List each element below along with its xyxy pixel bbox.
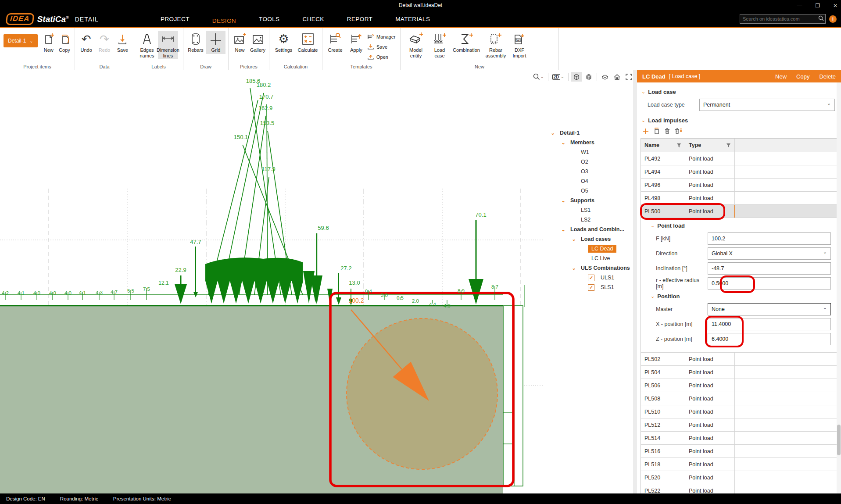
- chevron-down-icon[interactable]: ⌄: [570, 236, 577, 242]
- redo-button[interactable]: ↷ Redo: [96, 31, 113, 54]
- panel-new-button[interactable]: New: [775, 73, 787, 80]
- chevron-down-icon[interactable]: ⌄: [560, 198, 567, 204]
- table-row-selected[interactable]: PL500 Point load: [641, 205, 837, 218]
- z-position-input[interactable]: 6.4000: [708, 333, 831, 345]
- table-row[interactable]: PL520Point load: [641, 471, 837, 484]
- load-case-button[interactable]: Load case: [429, 31, 450, 59]
- table-row[interactable]: PL518Point load: [641, 458, 837, 471]
- edges-names-button[interactable]: Edges names: [137, 31, 157, 59]
- table-row[interactable]: PL514Point load: [641, 432, 837, 445]
- tree-item-uls-combinations[interactable]: ⌄ULS Combinations: [549, 263, 635, 273]
- save-button[interactable]: Save: [114, 31, 131, 54]
- tree-item-detail-1[interactable]: ⌄Detail-1: [549, 128, 635, 138]
- table-row[interactable]: PL522Point load: [641, 484, 837, 493]
- tree-item-load-cases[interactable]: ⌄Load cases: [549, 234, 635, 244]
- table-row[interactable]: PL498Point load: [641, 192, 837, 205]
- panel-splitter[interactable]: [633, 70, 637, 493]
- tab-report[interactable]: REPORT: [336, 11, 384, 26]
- tab-design[interactable]: DESIGN: [201, 11, 247, 30]
- table-row[interactable]: PL492Point load: [641, 152, 837, 165]
- tab-materials[interactable]: MATERIALS: [384, 11, 441, 26]
- inclination-input[interactable]: -48.7: [708, 262, 831, 275]
- tree-item-o2[interactable]: O2: [549, 157, 635, 167]
- table-row[interactable]: PL506Point load: [641, 379, 837, 392]
- calculate-button[interactable]: Calculate: [296, 31, 319, 54]
- section-position[interactable]: ⌄Position: [651, 293, 837, 300]
- add-impulse-button[interactable]: [642, 128, 649, 135]
- home-view-button[interactable]: [612, 72, 622, 82]
- picture-new-button[interactable]: New: [231, 31, 248, 54]
- tab-project[interactable]: PROJECT: [149, 11, 201, 26]
- tree-item-lc-dead[interactable]: LC Dead: [549, 244, 635, 254]
- radius-input[interactable]: 0.5000: [708, 277, 831, 290]
- chevron-down-icon[interactable]: ⌄: [549, 130, 556, 136]
- detail-canvas[interactable]: 185.6180.2170.7162.9153.5150.1117.947.72…: [0, 70, 633, 493]
- filter-icon[interactable]: [676, 143, 681, 148]
- panel-copy-button[interactable]: Copy: [796, 73, 809, 80]
- tree-item-o3[interactable]: O3: [549, 167, 635, 176]
- table-row[interactable]: PL510Point load: [641, 405, 837, 418]
- x-position-input[interactable]: 11.4000: [708, 318, 831, 330]
- grid-button[interactable]: Grid: [206, 31, 225, 54]
- template-create-button[interactable]: Create: [325, 31, 345, 54]
- tab-check[interactable]: CHECK: [291, 11, 336, 26]
- copy-impulse-button[interactable]: [653, 127, 660, 135]
- tree-item-loads-and-combin-[interactable]: ⌄Loads and Combin...: [549, 225, 635, 234]
- search-input[interactable]: [740, 14, 826, 24]
- model-entity-button[interactable]: Model entity: [403, 31, 429, 59]
- undo-button[interactable]: ↶ Undo: [78, 31, 95, 54]
- close-button[interactable]: ✕: [833, 3, 837, 9]
- template-apply-button[interactable]: Apply: [346, 31, 366, 54]
- section-load-impulses[interactable]: ⌄Load impulses: [641, 117, 841, 124]
- tree-item-uls1[interactable]: ✓ULS1: [549, 273, 635, 282]
- clipping-box-button[interactable]: [600, 72, 610, 82]
- axonometry-wire-button[interactable]: [571, 72, 582, 82]
- tree-item-lc-live[interactable]: LC Live: [549, 254, 635, 263]
- zoom-tool-button[interactable]: ⌄: [532, 72, 545, 81]
- table-row[interactable]: PL494Point load: [641, 165, 837, 179]
- tree-item-o4[interactable]: O4: [549, 176, 635, 186]
- template-manager-button[interactable]: Manager: [367, 32, 395, 41]
- search-icon[interactable]: [818, 15, 824, 21]
- delete-all-impulses-button[interactable]: [674, 127, 682, 135]
- chevron-down-icon[interactable]: ⌄: [570, 265, 577, 271]
- tab-tools[interactable]: TOOLS: [247, 11, 291, 26]
- chevron-down-icon[interactable]: ⌄: [560, 227, 567, 232]
- checkbox-sls1[interactable]: ✓: [588, 284, 594, 291]
- axonometry-solid-button[interactable]: [583, 72, 594, 82]
- template-open-button[interactable]: Open: [367, 53, 395, 61]
- project-copy-button[interactable]: Copy: [57, 31, 72, 54]
- tree-item-ls1[interactable]: LS1: [549, 205, 635, 215]
- table-row[interactable]: PL516Point load: [641, 445, 837, 458]
- table-row[interactable]: PL496Point load: [641, 179, 837, 192]
- direction-select[interactable]: Global X: [708, 247, 831, 260]
- table-row[interactable]: PL512Point load: [641, 418, 837, 432]
- project-new-button[interactable]: New: [41, 31, 56, 54]
- dimension-lines-button[interactable]: Dimension lines: [158, 31, 178, 59]
- detail-selector-button[interactable]: Detail-1⌄: [4, 34, 38, 47]
- minimize-button[interactable]: —: [797, 3, 802, 9]
- table-row[interactable]: PL504Point load: [641, 366, 837, 379]
- tree-item-ls2[interactable]: LS2: [549, 215, 635, 225]
- tree-item-members[interactable]: ⌄Members: [549, 138, 635, 147]
- filter-icon[interactable]: [726, 143, 731, 148]
- table-row[interactable]: PL508Point load: [641, 392, 837, 405]
- settings-button[interactable]: ⚙ Settings: [272, 31, 295, 54]
- table-row[interactable]: PL502Point load: [641, 353, 837, 366]
- rebars-button[interactable]: Rebars: [186, 31, 205, 54]
- section-load-case[interactable]: ⌄Load case: [641, 89, 841, 95]
- restore-button[interactable]: ❐: [815, 3, 820, 9]
- force-input[interactable]: 100.2: [708, 232, 831, 245]
- dxf-import-button[interactable]: DXF DXF Import: [509, 31, 530, 59]
- tree-item-o5[interactable]: O5: [549, 186, 635, 196]
- template-save-button[interactable]: Save: [367, 43, 395, 51]
- panel-scrollbar[interactable]: [837, 82, 841, 493]
- tree-item-supports[interactable]: ⌄Supports: [549, 196, 635, 205]
- user-help-icon[interactable]: i: [829, 15, 837, 23]
- panel-delete-button[interactable]: Delete: [819, 73, 836, 80]
- tree-item-w1[interactable]: W1: [549, 147, 635, 157]
- delete-impulse-button[interactable]: [664, 127, 671, 135]
- section-point-load[interactable]: ⌄Point load: [651, 222, 837, 229]
- checkbox-uls1[interactable]: ✓: [588, 275, 594, 281]
- load-case-type-select[interactable]: Permanent: [699, 99, 835, 111]
